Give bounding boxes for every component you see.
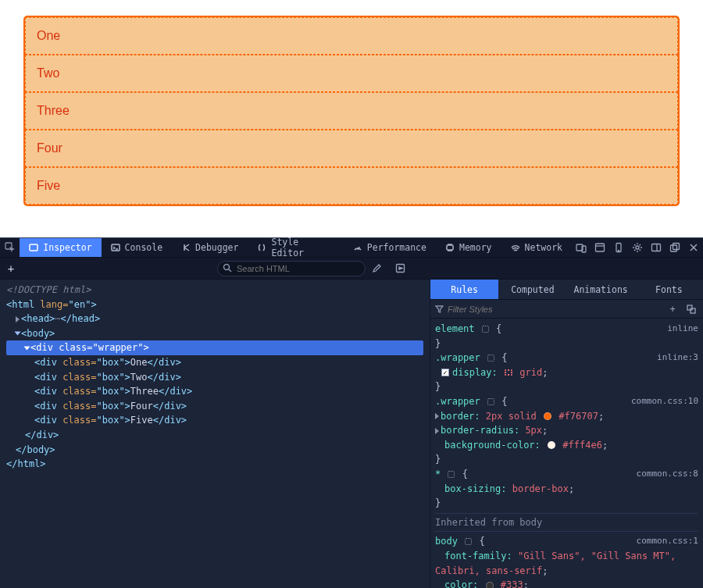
svg-rect-18 xyxy=(687,305,692,310)
rules-panel: Rules Computed Animations Fonts + inline… xyxy=(430,280,703,588)
rule-selector[interactable]: * xyxy=(435,469,441,479)
css-value[interactable]: #333 xyxy=(501,579,523,588)
source-link[interactable]: inline xyxy=(667,322,698,335)
svg-point-9 xyxy=(618,250,619,251)
rule-selector[interactable]: body xyxy=(435,536,458,547)
dom-node[interactable]: <div class="box">Two</div> xyxy=(6,370,423,385)
computed-tab[interactable]: Computed xyxy=(498,280,566,299)
iframe-picker-icon[interactable] xyxy=(591,238,609,257)
selector-highlighter-icon[interactable] xyxy=(482,326,489,333)
dom-node[interactable]: <div class="box">One</div> xyxy=(6,355,423,370)
dom-node[interactable]: <div class="box">Three</div> xyxy=(6,384,423,399)
selector-highlighter-icon[interactable] xyxy=(448,471,455,478)
eyedropper-icon[interactable] xyxy=(395,263,412,273)
tab-style-editor[interactable]: Style Editor xyxy=(248,238,343,257)
dock-side-icon[interactable] xyxy=(647,238,666,257)
css-property[interactable]: box-sizing: xyxy=(444,483,506,494)
svg-rect-1 xyxy=(30,244,37,251)
rule-selector[interactable]: .wrapper xyxy=(435,352,480,363)
responsive-mode-icon[interactable] xyxy=(572,238,591,257)
html-tag[interactable]: <html xyxy=(6,299,40,310)
tab-inspector[interactable]: Inspector xyxy=(20,238,101,257)
tab-memory[interactable]: Memory xyxy=(436,238,501,257)
tab-network[interactable]: Network xyxy=(501,238,572,257)
svg-rect-14 xyxy=(673,244,680,250)
css-property[interactable]: border: xyxy=(441,411,480,422)
tab-label: Style Editor xyxy=(271,237,334,258)
rules-tab[interactable]: Rules xyxy=(430,280,498,299)
edit-html-icon[interactable] xyxy=(372,263,389,273)
new-node-button[interactable]: + xyxy=(0,262,22,275)
close-icon[interactable] xyxy=(684,238,703,257)
css-property[interactable]: font-family: xyxy=(444,551,512,561)
dom-tree[interactable]: <!DOCTYPE html> <html lang="en"> <head>⋯… xyxy=(0,280,430,588)
svg-marker-17 xyxy=(399,267,402,269)
dom-node[interactable]: <div class="box">Four</div> xyxy=(6,399,423,414)
css-value[interactable]: #f76707 xyxy=(558,411,598,422)
source-link[interactable]: common.css:1 xyxy=(637,534,698,547)
tab-debugger[interactable]: Debugger xyxy=(172,238,248,257)
property-toggle[interactable]: ✓ xyxy=(441,369,449,376)
collapse-icon[interactable] xyxy=(24,346,30,350)
tab-console[interactable]: Console xyxy=(102,238,172,257)
css-value[interactable]: 2px solid xyxy=(486,411,537,422)
css-property[interactable]: background-color: xyxy=(444,440,541,451)
style-icon xyxy=(257,243,266,252)
toggle-classes-icon[interactable] xyxy=(684,300,698,319)
dom-node[interactable]: <div class="box">Five</div> xyxy=(6,413,423,428)
settings-icon[interactable] xyxy=(628,238,647,257)
fonts-tab[interactable]: Fonts xyxy=(635,280,703,299)
filter-styles-input[interactable] xyxy=(435,305,661,314)
css-value[interactable]: 5px xyxy=(525,425,542,436)
selector-highlighter-icon[interactable] xyxy=(465,538,472,545)
source-link[interactable]: common.css:8 xyxy=(637,467,698,480)
css-value[interactable]: border-box xyxy=(512,483,569,494)
tab-performance[interactable]: Performance xyxy=(344,238,436,257)
css-property[interactable]: color: xyxy=(444,579,478,588)
css-property[interactable]: display: xyxy=(452,367,498,378)
selector-highlighter-icon[interactable] xyxy=(487,355,494,362)
svg-point-10 xyxy=(636,246,639,249)
html-close[interactable]: </html> xyxy=(6,458,46,469)
body-tag[interactable]: <body> xyxy=(21,328,55,339)
device-icon[interactable] xyxy=(609,238,628,257)
grid-item: One xyxy=(25,17,678,55)
expand-icon[interactable] xyxy=(435,413,439,419)
network-icon xyxy=(511,243,520,252)
source-link[interactable]: inline:3 xyxy=(657,351,698,364)
color-swatch-icon[interactable] xyxy=(548,441,555,449)
search-html-input[interactable] xyxy=(217,261,366,276)
debugger-icon xyxy=(181,243,191,252)
markup-toolbar: + xyxy=(0,258,703,280)
add-rule-button[interactable]: + xyxy=(666,300,680,319)
div-close[interactable]: </div> xyxy=(25,429,59,440)
rule-selector[interactable]: element xyxy=(435,323,475,334)
color-swatch-icon[interactable] xyxy=(544,412,551,420)
grid-item: Five xyxy=(25,167,678,205)
svg-point-15 xyxy=(224,264,230,269)
grid-wrapper: One Two Three Four Five xyxy=(23,16,680,206)
grid-highlighter-icon[interactable] xyxy=(505,369,512,376)
expand-icon[interactable] xyxy=(16,316,20,323)
grid-item: Two xyxy=(25,55,678,92)
inspect-element-icon[interactable] xyxy=(0,242,20,253)
search-icon xyxy=(223,263,232,273)
css-value[interactable]: #fff4e6 xyxy=(562,440,602,451)
undock-icon[interactable] xyxy=(666,238,684,257)
animations-tab[interactable]: Animations xyxy=(567,280,635,299)
expand-icon[interactable] xyxy=(435,428,439,434)
svg-rect-19 xyxy=(691,308,695,313)
collapse-icon[interactable] xyxy=(15,332,21,336)
css-property[interactable]: border-radius: xyxy=(441,425,519,436)
source-link[interactable]: common.css:10 xyxy=(631,394,698,408)
devtools-panel: Inspector Console Debugger Style Editor … xyxy=(0,237,703,588)
color-swatch-icon[interactable] xyxy=(486,582,494,588)
tab-label: Memory xyxy=(459,242,492,253)
body-close[interactable]: </body> xyxy=(16,444,55,455)
css-value[interactable]: grid xyxy=(519,367,542,378)
rule-selector[interactable]: .wrapper xyxy=(435,396,480,407)
selected-node[interactable]: <div class="wrapper"> xyxy=(6,340,423,355)
selector-highlighter-icon[interactable] xyxy=(487,398,494,405)
head-tag[interactable]: <head> xyxy=(21,313,55,324)
svg-rect-11 xyxy=(652,244,661,251)
